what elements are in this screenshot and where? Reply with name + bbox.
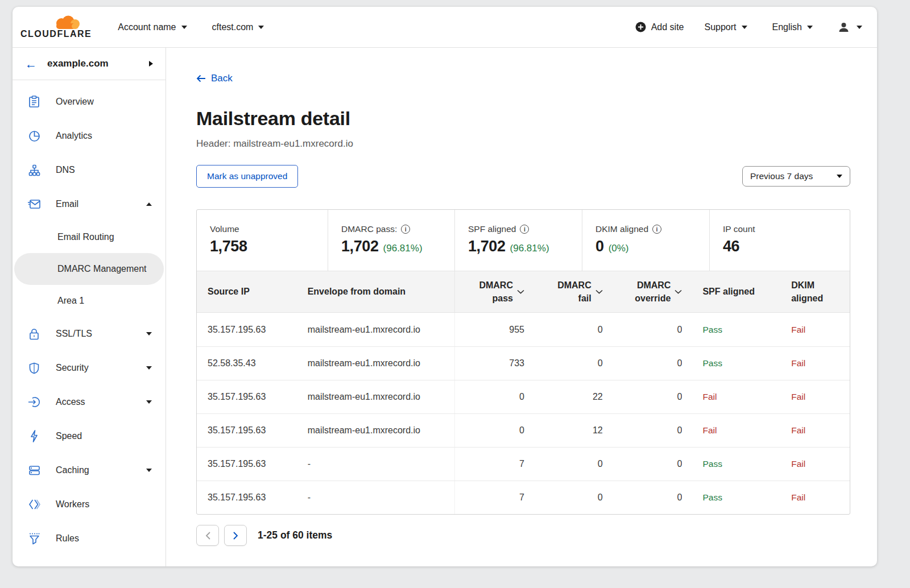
cell-dmarc-pass: 955 [455,325,524,335]
pagination-count: 1-25 of 60 items [258,529,332,541]
add-site-button[interactable]: Add site [635,22,684,32]
sidebar-item-security[interactable]: Security [13,351,166,385]
sidebar-item-area1[interactable]: Area 1 [14,285,164,317]
controls-row: Mark as unapproved Previous 7 days [196,165,850,188]
sidebar-item-analytics[interactable]: Analytics [13,119,166,153]
table-row[interactable]: 35.157.195.63 mailstream-eu1.mxrecord.io… [197,413,850,447]
cell-dkim-aligned: Fail [774,492,850,503]
cell-envelope-from: mailstream-eu1.mxrecord.io [308,347,456,380]
clipboard-icon [27,95,41,109]
table-row[interactable]: 35.157.195.63 - 7 0 0 Pass Fail [197,481,850,514]
chevron-left-icon [205,532,210,540]
stat-percent: (96.81%) [510,243,549,254]
cell-dkim-aligned: Fail [774,358,850,368]
column-header-dmarc-override[interactable]: DMARC override [603,279,682,305]
site-menu[interactable]: cftest.com [212,22,264,32]
cell-source-ip: 35.157.195.63 [197,325,308,335]
account-menu[interactable]: Account name [118,22,187,32]
column-header-spf-aligned: SPF aligned [682,287,774,297]
sidebar-item-rules[interactable]: Rules [13,521,166,556]
stat-dmarc-pass: DMARC pass: i 1,702 (96.81%) [328,210,454,271]
back-link[interactable]: Back [196,73,233,84]
chevron-down-icon [146,469,152,472]
cache-layers-icon [27,463,41,477]
chevron-down-icon [181,26,187,29]
sidebar-nav: Overview Analytics [13,80,166,556]
chevron-down-icon [857,26,862,29]
column-header-dkim-aligned: DKIM aligned [774,279,850,305]
date-range-select[interactable]: Previous 7 days [742,166,850,187]
cell-spf-aligned: Fail [682,392,774,402]
language-menu[interactable]: English [772,22,813,32]
back-arrow-icon: ← [25,58,37,70]
support-menu[interactable]: Support [704,22,747,32]
cell-spf-aligned: Pass [682,492,774,503]
sidebar-item-access[interactable]: Access [13,385,166,419]
info-icon[interactable]: i [652,225,661,234]
sidebar-item-label: DNS [56,165,75,175]
sidebar-item-dns[interactable]: DNS [13,153,166,187]
back-arrow-icon [196,74,206,82]
cell-dkim-aligned: Fail [774,392,850,402]
envelope-icon [27,197,41,211]
info-icon[interactable]: i [520,225,529,234]
sidebar-item-ssl-tls[interactable]: SSL/TLS [13,317,166,351]
mailstream-card: Volume 1,758 DMARC pass: i 1,702 (96.81%… [196,209,850,515]
previous-page-button[interactable] [196,525,219,546]
top-nav: CLOUDFLARE Account name cftest.com Add s… [13,7,877,48]
cell-dmarc-fail: 0 [524,492,603,503]
chevron-down-icon [146,400,152,404]
support-label: Support [704,22,736,32]
stat-value: 1,702 [468,238,506,255]
sidebar-item-label: Area 1 [57,296,84,306]
sidebar-item-email[interactable]: Email [13,187,166,221]
cell-dmarc-pass: 0 [455,392,524,402]
sidebar-item-label: Email Routing [57,232,114,242]
cell-dmarc-override: 0 [603,325,682,335]
user-menu[interactable] [838,22,862,33]
sidebar-item-workers[interactable]: Workers [13,487,166,521]
cell-source-ip: 35.157.195.63 [197,459,308,469]
code-brackets-icon [27,498,41,511]
table-row[interactable]: 35.157.195.63 - 7 0 0 Pass Fail [197,447,850,481]
column-header-dmarc-fail[interactable]: DMARC fail [524,279,603,305]
pie-chart-icon [27,129,41,143]
app-window: CLOUDFLARE Account name cftest.com Add s… [13,7,877,566]
chevron-down-icon [258,26,264,29]
cell-dkim-aligned: Fail [774,425,850,436]
sort-chevron-icon [595,289,603,294]
chevron-right-icon [233,532,238,540]
sidebar-item-dmarc-management[interactable]: DMARC Management [14,253,164,285]
cell-source-ip: 52.58.35.43 [197,358,308,368]
stat-value: 0 [595,238,604,255]
sort-chevron-icon [517,289,524,294]
info-icon[interactable]: i [401,225,410,234]
sidebar-site-name: example.com [47,58,109,69]
cell-dmarc-override: 0 [603,392,682,402]
mark-unapproved-button[interactable]: Mark as unapproved [196,165,298,188]
sidebar-item-speed[interactable]: Speed [13,419,166,453]
table-row[interactable]: 52.58.35.43 mailstream-eu1.mxrecord.io 7… [197,346,850,380]
sidebar-site-header[interactable]: ← example.com [13,48,166,80]
cell-dmarc-fail: 12 [524,425,603,436]
cell-spf-aligned: Fail [682,425,774,436]
sidebar-item-email-routing[interactable]: Email Routing [14,221,164,253]
cell-dmarc-fail: 0 [524,325,603,335]
column-header-dmarc-pass[interactable]: DMARC pass [455,279,524,305]
cloudflare-logo[interactable]: CLOUDFLARE [20,15,92,39]
chevron-right-icon [149,61,153,67]
cell-dmarc-override: 0 [603,358,682,368]
stat-spf-aligned: SPF aligned i 1,702 (96.81%) [454,210,582,271]
table-row[interactable]: 35.157.195.63 mailstream-eu1.mxrecord.io… [197,380,850,413]
next-page-button[interactable] [224,525,247,546]
cloudflare-wordmark: CLOUDFLARE [20,29,92,39]
chevron-down-icon [837,175,842,178]
cell-source-ip: 35.157.195.63 [197,425,308,436]
table-header: Source IP Envelope from domain DMARC pas… [197,271,850,313]
cell-dmarc-override: 0 [603,425,682,436]
sidebar-item-overview[interactable]: Overview [13,85,166,119]
site-menu-label: cftest.com [212,22,254,32]
sidebar-item-caching[interactable]: Caching [13,453,166,487]
table-row[interactable]: 35.157.195.63 mailstream-eu1.mxrecord.io… [197,313,850,346]
cell-dmarc-pass: 0 [455,425,524,436]
